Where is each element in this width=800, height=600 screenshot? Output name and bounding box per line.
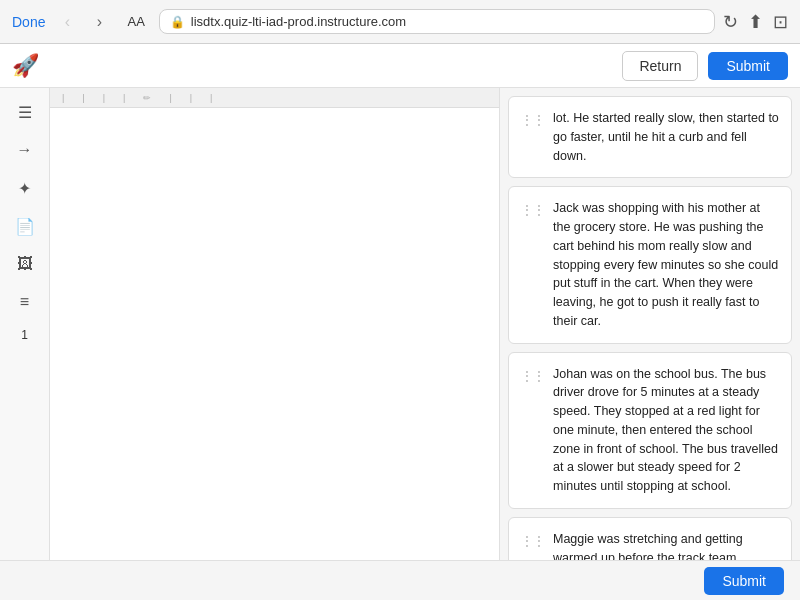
nav-buttons: ‹ › (53, 8, 113, 36)
ruler-mark: | (190, 93, 192, 103)
ruler-mark: | (82, 93, 84, 103)
story-card-3: ⋮⋮ Johan was on the school bus. The bus … (508, 352, 792, 509)
done-button[interactable]: Done (12, 14, 45, 30)
font-size-button[interactable]: AA (121, 12, 150, 31)
menu-toolbar-icon[interactable]: ☰ (9, 96, 41, 128)
drawing-area[interactable]: | | | | ✏ | | | (50, 88, 500, 560)
main-content: ☰ → ✦ 📄 🖼 ≡ 1 | | | | ✏ | | | ⋮⋮ lot. He… (0, 88, 800, 560)
submit-top-button[interactable]: Submit (708, 52, 788, 80)
submit-bottom-button[interactable]: Submit (704, 567, 784, 595)
left-toolbar: ☰ → ✦ 📄 🖼 ≡ 1 (0, 88, 50, 560)
ruler: | | | | ✏ | | | (50, 88, 499, 108)
drag-handle-1[interactable]: ⋮⋮ (521, 111, 545, 165)
forward-button[interactable]: › (85, 8, 113, 36)
ruler-mark: | (210, 93, 212, 103)
back-button[interactable]: ‹ (53, 8, 81, 36)
text-toolbar-icon[interactable]: ≡ (9, 286, 41, 318)
return-button[interactable]: Return (622, 51, 698, 81)
more-icon[interactable]: ⊡ (773, 11, 788, 33)
canvas[interactable] (50, 108, 499, 560)
drag-handle-2[interactable]: ⋮⋮ (521, 201, 545, 330)
url-text: lisdtx.quiz-lti-iad-prod.instructure.com (191, 14, 406, 29)
ruler-mark: | (123, 93, 125, 103)
browser-chrome: Done ‹ › AA 🔒 lisdtx.quiz-lti-iad-prod.i… (0, 0, 800, 44)
ruler-mark: | (169, 93, 171, 103)
share-icon[interactable]: ⬆ (748, 11, 763, 33)
url-bar[interactable]: 🔒 lisdtx.quiz-lti-iad-prod.instructure.c… (159, 9, 715, 34)
ruler-mark: ✏ (143, 93, 151, 103)
story-text-4: Maggie was stretching and getting warmed… (553, 530, 779, 560)
story-text-2: Jack was shopping with his mother at the… (553, 199, 779, 330)
story-text-1: lot. He started really slow, then starte… (553, 109, 779, 165)
lock-icon: 🔒 (170, 15, 185, 29)
refresh-icon[interactable]: ↻ (723, 11, 738, 33)
drag-handle-3[interactable]: ⋮⋮ (521, 367, 545, 496)
arrow-toolbar-icon[interactable]: → (9, 134, 41, 166)
story-text-3: Johan was on the school bus. The bus dri… (553, 365, 779, 496)
drag-handle-4[interactable]: ⋮⋮ (521, 532, 545, 560)
bottom-bar: Submit (0, 560, 800, 600)
app-bar-actions: Return Submit (622, 51, 788, 81)
rocket-icon: 🚀 (12, 53, 39, 79)
image-toolbar-icon[interactable]: 🖼 (9, 248, 41, 280)
page-number: 1 (21, 328, 28, 342)
app-bar: 🚀 Return Submit (0, 44, 800, 88)
pin-toolbar-icon[interactable]: ✦ (9, 172, 41, 204)
ruler-mark: | (62, 93, 64, 103)
story-card-4: ⋮⋮ Maggie was stretching and getting war… (508, 517, 792, 560)
story-card-1: ⋮⋮ lot. He started really slow, then sta… (508, 96, 792, 178)
ruler-marks: | | | | ✏ | | | (62, 93, 212, 103)
ruler-mark: | (103, 93, 105, 103)
app-logo: 🚀 (12, 53, 39, 79)
story-list: ⋮⋮ lot. He started really slow, then sta… (500, 88, 800, 560)
document-toolbar-icon[interactable]: 📄 (9, 210, 41, 242)
story-card-2: ⋮⋮ Jack was shopping with his mother at … (508, 186, 792, 343)
browser-action-buttons: ↻ ⬆ ⊡ (723, 11, 788, 33)
